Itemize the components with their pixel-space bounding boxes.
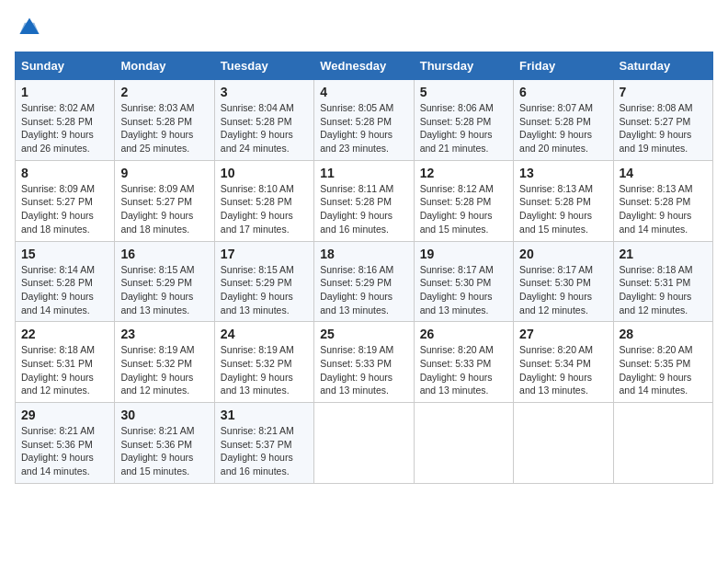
day-number: 2 <box>120 85 208 99</box>
calendar-cell <box>414 403 513 484</box>
day-info: Sunrise: 8:15 AM Sunset: 5:29 PM Dayligh… <box>120 263 208 317</box>
day-info: Sunrise: 8:20 AM Sunset: 5:33 PM Dayligh… <box>420 343 507 397</box>
calendar-cell: 19 Sunrise: 8:17 AM Sunset: 5:30 PM Dayl… <box>414 241 513 322</box>
calendar-cell: 29 Sunrise: 8:21 AM Sunset: 5:36 PM Dayl… <box>16 403 115 484</box>
weekday-header-wednesday: Wednesday <box>314 52 414 80</box>
day-info: Sunrise: 8:10 AM Sunset: 5:28 PM Dayligh… <box>221 182 308 236</box>
day-number: 18 <box>320 247 407 261</box>
day-number: 1 <box>21 85 108 99</box>
logo <box>15 15 44 44</box>
day-info: Sunrise: 8:07 AM Sunset: 5:28 PM Dayligh… <box>519 101 607 155</box>
weekday-header-thursday: Thursday <box>414 52 513 80</box>
day-info: Sunrise: 8:13 AM Sunset: 5:28 PM Dayligh… <box>519 182 607 236</box>
calendar-cell: 11 Sunrise: 8:11 AM Sunset: 5:28 PM Dayl… <box>314 160 414 241</box>
calendar-cell: 31 Sunrise: 8:21 AM Sunset: 5:37 PM Dayl… <box>214 403 313 484</box>
calendar-cell: 22 Sunrise: 8:18 AM Sunset: 5:31 PM Dayl… <box>16 322 115 403</box>
day-info: Sunrise: 8:18 AM Sunset: 5:31 PM Dayligh… <box>21 343 108 397</box>
day-number: 8 <box>21 166 108 180</box>
calendar-cell: 14 Sunrise: 8:13 AM Sunset: 5:28 PM Dayl… <box>613 160 712 241</box>
day-info: Sunrise: 8:12 AM Sunset: 5:28 PM Dayligh… <box>420 182 507 236</box>
calendar-cell: 12 Sunrise: 8:12 AM Sunset: 5:28 PM Dayl… <box>414 160 513 241</box>
calendar-cell: 24 Sunrise: 8:19 AM Sunset: 5:32 PM Dayl… <box>214 322 313 403</box>
calendar-cell: 27 Sunrise: 8:20 AM Sunset: 5:34 PM Dayl… <box>514 322 613 403</box>
day-number: 21 <box>620 247 707 261</box>
calendar-cell <box>514 403 613 484</box>
day-info: Sunrise: 8:05 AM Sunset: 5:28 PM Dayligh… <box>320 101 407 155</box>
day-info: Sunrise: 8:20 AM Sunset: 5:35 PM Dayligh… <box>620 343 707 397</box>
day-info: Sunrise: 8:11 AM Sunset: 5:28 PM Dayligh… <box>320 182 407 236</box>
weekday-header-tuesday: Tuesday <box>214 52 313 80</box>
day-info: Sunrise: 8:17 AM Sunset: 5:30 PM Dayligh… <box>420 263 507 317</box>
day-info: Sunrise: 8:08 AM Sunset: 5:27 PM Dayligh… <box>620 101 707 155</box>
calendar-cell: 13 Sunrise: 8:13 AM Sunset: 5:28 PM Dayl… <box>514 160 613 241</box>
day-number: 30 <box>120 408 208 422</box>
day-info: Sunrise: 8:19 AM Sunset: 5:33 PM Dayligh… <box>320 343 407 397</box>
day-info: Sunrise: 8:15 AM Sunset: 5:29 PM Dayligh… <box>221 263 308 317</box>
day-info: Sunrise: 8:02 AM Sunset: 5:28 PM Dayligh… <box>21 101 108 155</box>
day-number: 27 <box>519 327 607 341</box>
day-number: 22 <box>21 327 108 341</box>
calendar-cell: 21 Sunrise: 8:18 AM Sunset: 5:31 PM Dayl… <box>613 241 712 322</box>
calendar-cell: 9 Sunrise: 8:09 AM Sunset: 5:27 PM Dayli… <box>115 160 214 241</box>
day-info: Sunrise: 8:14 AM Sunset: 5:28 PM Dayligh… <box>21 263 108 317</box>
calendar-week-1: 1 Sunrise: 8:02 AM Sunset: 5:28 PM Dayli… <box>16 80 713 161</box>
day-number: 14 <box>620 166 707 180</box>
weekday-header-sunday: Sunday <box>16 52 115 80</box>
day-info: Sunrise: 8:06 AM Sunset: 5:28 PM Dayligh… <box>420 101 507 155</box>
day-number: 4 <box>320 85 407 99</box>
day-info: Sunrise: 8:21 AM Sunset: 5:36 PM Dayligh… <box>120 424 208 478</box>
day-info: Sunrise: 8:18 AM Sunset: 5:31 PM Dayligh… <box>620 263 707 317</box>
calendar-cell: 10 Sunrise: 8:10 AM Sunset: 5:28 PM Dayl… <box>214 160 313 241</box>
day-number: 7 <box>620 85 707 99</box>
day-number: 23 <box>120 327 208 341</box>
day-number: 3 <box>221 85 308 99</box>
day-number: 29 <box>21 408 108 422</box>
calendar-cell: 8 Sunrise: 8:09 AM Sunset: 5:27 PM Dayli… <box>16 160 115 241</box>
calendar-table: SundayMondayTuesdayWednesdayThursdayFrid… <box>15 52 713 484</box>
calendar-cell: 7 Sunrise: 8:08 AM Sunset: 5:27 PM Dayli… <box>613 80 712 161</box>
page-header <box>15 15 713 44</box>
day-info: Sunrise: 8:09 AM Sunset: 5:27 PM Dayligh… <box>120 182 208 236</box>
calendar-cell: 4 Sunrise: 8:05 AM Sunset: 5:28 PM Dayli… <box>314 80 414 161</box>
day-info: Sunrise: 8:09 AM Sunset: 5:27 PM Dayligh… <box>21 182 108 236</box>
calendar-cell: 15 Sunrise: 8:14 AM Sunset: 5:28 PM Dayl… <box>16 241 115 322</box>
day-number: 19 <box>420 247 507 261</box>
day-info: Sunrise: 8:04 AM Sunset: 5:28 PM Dayligh… <box>221 101 308 155</box>
day-info: Sunrise: 8:03 AM Sunset: 5:28 PM Dayligh… <box>120 101 208 155</box>
day-number: 5 <box>420 85 507 99</box>
day-number: 26 <box>420 327 507 341</box>
weekday-header-saturday: Saturday <box>613 52 712 80</box>
calendar-cell: 1 Sunrise: 8:02 AM Sunset: 5:28 PM Dayli… <box>16 80 115 161</box>
day-info: Sunrise: 8:13 AM Sunset: 5:28 PM Dayligh… <box>620 182 707 236</box>
day-info: Sunrise: 8:19 AM Sunset: 5:32 PM Dayligh… <box>120 343 208 397</box>
day-number: 17 <box>221 247 308 261</box>
day-info: Sunrise: 8:17 AM Sunset: 5:30 PM Dayligh… <box>519 263 607 317</box>
svg-marker-1 <box>20 23 40 34</box>
calendar-cell <box>613 403 712 484</box>
calendar-week-3: 15 Sunrise: 8:14 AM Sunset: 5:28 PM Dayl… <box>16 241 713 322</box>
weekday-header-friday: Friday <box>514 52 613 80</box>
day-number: 15 <box>21 247 108 261</box>
day-number: 10 <box>221 166 308 180</box>
calendar-cell: 23 Sunrise: 8:19 AM Sunset: 5:32 PM Dayl… <box>115 322 214 403</box>
calendar-cell: 30 Sunrise: 8:21 AM Sunset: 5:36 PM Dayl… <box>115 403 214 484</box>
logo-icon <box>17 15 42 40</box>
day-number: 16 <box>120 247 208 261</box>
day-number: 20 <box>519 247 607 261</box>
calendar-cell: 16 Sunrise: 8:15 AM Sunset: 5:29 PM Dayl… <box>115 241 214 322</box>
day-number: 24 <box>221 327 308 341</box>
calendar-cell: 17 Sunrise: 8:15 AM Sunset: 5:29 PM Dayl… <box>214 241 313 322</box>
calendar-cell: 28 Sunrise: 8:20 AM Sunset: 5:35 PM Dayl… <box>613 322 712 403</box>
calendar-cell: 5 Sunrise: 8:06 AM Sunset: 5:28 PM Dayli… <box>414 80 513 161</box>
day-number: 11 <box>320 166 407 180</box>
calendar-cell: 25 Sunrise: 8:19 AM Sunset: 5:33 PM Dayl… <box>314 322 414 403</box>
day-info: Sunrise: 8:21 AM Sunset: 5:37 PM Dayligh… <box>221 424 308 478</box>
day-number: 12 <box>420 166 507 180</box>
day-number: 31 <box>221 408 308 422</box>
day-info: Sunrise: 8:16 AM Sunset: 5:29 PM Dayligh… <box>320 263 407 317</box>
day-number: 9 <box>120 166 208 180</box>
calendar-week-4: 22 Sunrise: 8:18 AM Sunset: 5:31 PM Dayl… <box>16 322 713 403</box>
calendar-week-2: 8 Sunrise: 8:09 AM Sunset: 5:27 PM Dayli… <box>16 160 713 241</box>
day-number: 28 <box>620 327 707 341</box>
day-info: Sunrise: 8:20 AM Sunset: 5:34 PM Dayligh… <box>519 343 607 397</box>
